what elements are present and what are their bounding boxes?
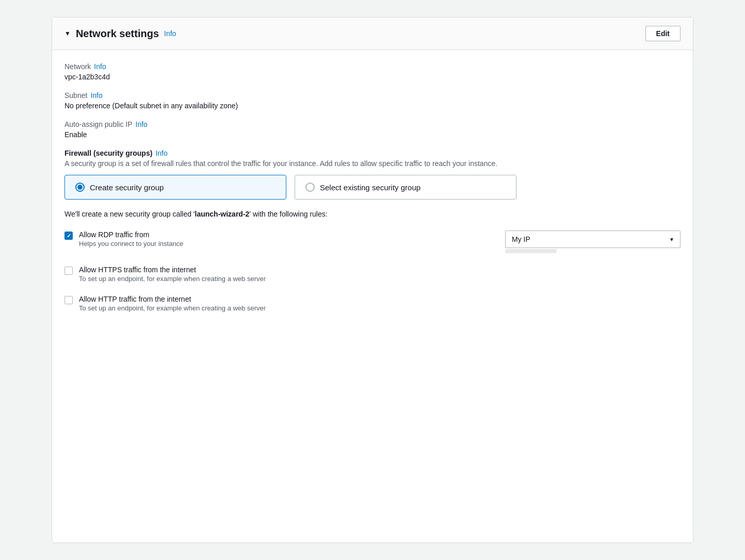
ip-value-placeholder <box>505 249 557 253</box>
collapse-icon[interactable]: ▼ <box>64 30 71 37</box>
rules-section: Allow RDP traffic from Helps you connect… <box>64 230 681 312</box>
rdp-text: Allow RDP traffic from Helps you connect… <box>79 230 489 248</box>
https-sublabel: To set up an endpoint, for example when … <box>79 275 681 283</box>
subnet-label: Subnet Info <box>64 91 681 100</box>
https-text: Allow HTTPS traffic from the internet To… <box>79 266 681 283</box>
sg-name: launch-wizard-2 <box>195 210 250 218</box>
select-security-group-option[interactable]: Select existing security group <box>295 175 516 200</box>
create-security-group-option[interactable]: Create security group <box>64 175 286 200</box>
http-checkbox-wrap <box>64 296 73 304</box>
create-security-group-label: Create security group <box>90 183 164 192</box>
firewall-label: Firewall (security groups) Info <box>64 149 681 157</box>
network-field-group: Network Info vpc-1a2b3c4d <box>64 62 681 81</box>
auto-assign-value: Enable <box>64 130 681 139</box>
https-checkbox[interactable] <box>64 267 73 275</box>
card-header-left: ▼ Network settings Info <box>64 28 176 40</box>
select-radio-circle <box>305 183 315 192</box>
network-info-link[interactable]: Info <box>94 62 106 71</box>
subnet-value: No preference (Default subnet in any ava… <box>64 102 681 110</box>
subnet-info-link[interactable]: Info <box>90 91 102 100</box>
firewall-info-link[interactable]: Info <box>155 149 167 157</box>
auto-assign-field-group: Auto-assign public IP Info Enable <box>64 120 681 139</box>
network-settings-card: ▼ Network settings Info Edit Network Inf… <box>52 17 693 543</box>
rdp-label: Allow RDP traffic from <box>79 230 489 239</box>
https-checkbox-wrap <box>64 267 73 275</box>
rdp-rule-item: Allow RDP traffic from Helps you connect… <box>64 230 681 253</box>
network-value: vpc-1a2b3c4d <box>64 73 681 81</box>
rdp-dropdown-wrap: My IP Anywhere Custom ▼ <box>505 230 681 253</box>
select-security-group-label: Select existing security group <box>320 183 420 192</box>
firewall-field-group: Firewall (security groups) Info A securi… <box>64 149 681 312</box>
sg-creation-description: We'll create a new security group called… <box>64 210 681 218</box>
rdp-dropdown-container: My IP Anywhere Custom ▼ <box>505 230 681 248</box>
edit-button[interactable]: Edit <box>645 26 681 41</box>
https-rule-item: Allow HTTPS traffic from the internet To… <box>64 266 681 283</box>
https-label: Allow HTTPS traffic from the internet <box>79 266 681 274</box>
http-text: Allow HTTP traffic from the internet To … <box>79 295 681 312</box>
create-radio-circle <box>75 183 85 192</box>
rdp-source-dropdown[interactable]: My IP Anywhere Custom <box>505 230 681 248</box>
card-header: ▼ Network settings Info Edit <box>52 18 693 50</box>
auto-assign-info-link[interactable]: Info <box>136 120 148 128</box>
http-checkbox[interactable] <box>64 296 73 304</box>
header-info-link[interactable]: Info <box>164 29 176 38</box>
card-body: Network Info vpc-1a2b3c4d Subnet Info No… <box>52 50 693 341</box>
rdp-checkbox[interactable] <box>64 232 73 240</box>
http-sublabel: To set up an endpoint, for example when … <box>79 304 681 312</box>
rdp-rule-row: Allow RDP traffic from Helps you connect… <box>79 230 681 253</box>
network-label: Network Info <box>64 62 681 71</box>
rdp-checkbox-wrap <box>64 232 73 240</box>
security-group-radio-group: Create security group Select existing se… <box>64 175 681 200</box>
http-label: Allow HTTP traffic from the internet <box>79 295 681 303</box>
rdp-sublabel: Helps you connect to your instance <box>79 240 489 248</box>
firewall-description: A security group is a set of firewall ru… <box>64 159 681 168</box>
subnet-field-group: Subnet Info No preference (Default subne… <box>64 91 681 110</box>
sg-desc-prefix: We'll create a new security group called… <box>64 210 195 218</box>
sg-desc-suffix: ' with the following rules: <box>249 210 327 218</box>
auto-assign-label: Auto-assign public IP Info <box>64 120 681 128</box>
http-rule-item: Allow HTTP traffic from the internet To … <box>64 295 681 312</box>
page-title: Network settings <box>76 28 159 40</box>
